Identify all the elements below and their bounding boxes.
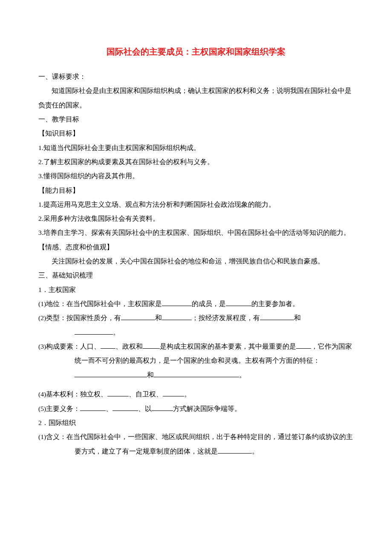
fill-blank	[121, 313, 155, 321]
text: (4)基本权利：独立权、	[38, 390, 107, 398]
item-1-1: (1)地位：在当代国际社会中，主权国家是的成员，是的主要参加者。	[38, 297, 354, 311]
ability-goal-3: 3.培养自主学习、探索有关国际社会中的主权国家、国际组织、中国在国际社会中的活动…	[38, 225, 354, 240]
section-3-heading: 三、基础知识梳理	[38, 268, 354, 282]
text: 的主要参加者。	[251, 300, 299, 307]
fill-blank	[154, 370, 239, 377]
emotion-goal-heading: 【情感、态度和价值观】	[38, 240, 354, 254]
text: 、政权和	[115, 343, 143, 350]
intl-org-heading: 2．国际组织	[38, 416, 354, 430]
item-1-5: (5)主要义务：、、以方式解决国际争端等。	[38, 402, 354, 416]
text: (2)类型：按国家性质分，有	[38, 314, 121, 321]
spacer	[38, 382, 354, 387]
text: ；按经济发展程度，有	[192, 314, 260, 321]
text: 。	[184, 390, 191, 398]
fill-blank	[162, 313, 192, 321]
fill-blank	[163, 390, 184, 397]
text: 、	[106, 405, 112, 412]
knowledge-goal-heading: 【知识目标】	[38, 126, 354, 140]
sovereign-state-heading: 1．主权国家	[38, 283, 354, 297]
text: (1)含义：在当代国际社会中，一些国家、地区或民间组织，出于各种特定目的，通过签…	[38, 433, 353, 454]
text: 和	[155, 314, 162, 321]
emotion-goal-body: 关注国际社会的发展，关心中国在国际社会的地位和命运，增强民族自信心和民族自豪感。	[38, 254, 354, 268]
text: 和	[147, 371, 154, 379]
text: 是构成主权国家的基本要素，其中最重要的是	[160, 343, 296, 350]
knowledge-goal-1: 1.知道当代国际社会主要由主权国家和国际组织构成。	[38, 141, 354, 155]
fill-blank	[75, 370, 147, 377]
text: 。	[113, 329, 120, 336]
text: 和	[294, 314, 301, 321]
fill-blank	[112, 404, 138, 411]
text: 方式解决国际争端等。	[173, 405, 241, 412]
fill-blank	[218, 446, 252, 454]
text: 的成员，是	[192, 300, 226, 307]
fill-blank	[260, 313, 294, 321]
ability-goal-2: 2.采用多种方法收集国际社会有关资料。	[38, 211, 354, 225]
item-1-2-cont: 。	[38, 325, 354, 339]
fill-blank	[107, 390, 129, 397]
fill-blank	[75, 327, 113, 335]
text: (3)构成要素：人口、	[38, 343, 101, 350]
text: 。	[239, 371, 246, 379]
text: 、以	[138, 405, 152, 412]
item-1-3-cont: 和。	[38, 368, 354, 382]
item-1-4: (4)基本权利：独立权、、自卫权、。	[38, 387, 354, 401]
fill-blank	[80, 404, 106, 411]
knowledge-goal-3: 3.懂得国际组织的内容及其作用。	[38, 169, 354, 183]
text: 、自卫权、	[129, 390, 163, 398]
section-1-heading: 一、课标要求：	[38, 69, 354, 84]
section-2-heading: 一、教学目标	[38, 112, 354, 126]
fill-blank	[296, 341, 311, 349]
text: (1)地位：在当代国际社会中，主权国家是	[38, 300, 162, 307]
section-1-body: 知道国际社会是由主权国家和国际组织构成；确认主权国家的权利和义务；说明我国在国际…	[38, 84, 354, 112]
item-1-2: (2)类型：按国家性质分，有和；按经济发展程度，有和	[38, 311, 354, 325]
fill-blank	[101, 341, 115, 349]
fill-blank	[226, 299, 251, 306]
text: (5)主要义务：	[38, 405, 80, 412]
document-title: 国际社会的主要成员：主权国家和国家组织学案	[38, 43, 354, 61]
fill-blank	[162, 299, 192, 306]
ability-goal-1: 1.提高运用马克思主义立场、观点和方法分析和判断国际社会政治现象的能力。	[38, 197, 354, 211]
fill-blank	[143, 341, 160, 349]
item-1-3: (3)构成要素：人口、、政权和是构成主权国家的基本要素，其中最重要的是，它作为国…	[38, 339, 354, 368]
knowledge-goal-2: 2.了解主权国家的构成要素及其在国际社会的权利与义务。	[38, 155, 354, 169]
fill-blank	[152, 404, 173, 411]
text: 。	[252, 448, 259, 455]
item-2-1: (1)含义：在当代国际社会中，一些国家、地区或民间组织，出于各种特定目的，通过签…	[38, 430, 354, 458]
ability-goal-heading: 【能力目标】	[38, 183, 354, 197]
